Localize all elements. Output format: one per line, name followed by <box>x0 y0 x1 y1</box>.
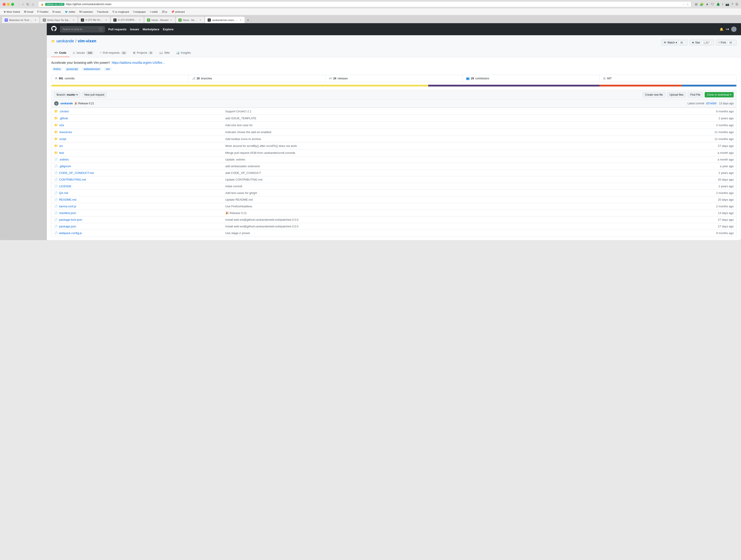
tab-wiki[interactable]: 📖 Wiki <box>156 49 173 57</box>
tab-close-icon[interactable]: × <box>72 18 75 22</box>
fork-button[interactable]: ⑂ Fork 93 <box>716 40 737 46</box>
table-row[interactable]: 📄 webpack.config.js Use stage-2 preset 9… <box>52 230 737 237</box>
table-row[interactable]: 📄 CONTRIBUTING.md Update CONTRIBUTING.md… <box>52 176 737 183</box>
upload-files-button[interactable]: Upload files <box>667 92 686 98</box>
file-name-link[interactable]: e2e <box>59 124 64 127</box>
file-name-link[interactable]: README.md <box>59 198 76 201</box>
nav-issues[interactable]: Issues <box>130 27 139 31</box>
tree-icon[interactable]: 🌲 <box>716 2 720 6</box>
bookmark-feedbin[interactable]: F Feedbin <box>36 10 49 14</box>
tab-close-icon[interactable]: × <box>105 18 108 22</box>
tab-derby[interactable]: D Derby Days Tie Sale | Beau × <box>40 16 78 23</box>
file-name-link[interactable]: package.json <box>59 225 76 228</box>
file-name-link[interactable]: test <box>59 151 64 154</box>
plus-icon[interactable]: +▾ <box>726 27 729 31</box>
table-row[interactable]: 📄 package.json Install web-ext@github:ue… <box>52 223 737 230</box>
table-row[interactable]: 📄 CODE_OF_CONDUCT.md add CODE_OF_CONDUCT… <box>52 170 737 176</box>
tab-my-home[interactable]: G ⊙ (27) My Home × <box>78 16 110 23</box>
address-bar[interactable]: 🔒 GitHub, Inc. (US) https://github.com/u… <box>38 1 691 7</box>
new-pull-request-button[interactable]: New pull request <box>82 92 107 98</box>
table-row[interactable]: 📄 manifest.json 🎉 Release 0.21 13 days a… <box>52 210 737 216</box>
bookmark-pinboard[interactable]: 📌 pinboard <box>170 10 186 14</box>
table-row[interactable]: 📁 test Merge pull request #538 from ueok… <box>52 149 737 156</box>
tab-close-icon[interactable]: × <box>239 18 242 22</box>
commit-author[interactable]: ueokande <box>60 102 73 105</box>
bookmark-facebook[interactable]: f facebook <box>96 10 110 14</box>
tab-mastodon[interactable]: M Mastodon for Tech Folks × <box>2 16 40 23</box>
repo-url-link[interactable]: https://addons.mozilla.org/en-US/fire... <box>112 61 165 64</box>
close-button[interactable] <box>3 3 6 6</box>
puzzle-icon[interactable]: 🧩 <box>700 2 703 6</box>
table-row[interactable]: 📁 .circleci Support CircleCI 2.1 6 month… <box>52 108 737 115</box>
file-name-link[interactable]: src <box>59 144 63 147</box>
file-name-link[interactable]: QA.md <box>59 191 68 195</box>
file-name-link[interactable]: script <box>59 137 66 141</box>
table-row[interactable]: 📁 e2e Add e2e test case for 2 months ago <box>52 122 737 129</box>
bookmark-mastodon[interactable]: M mastodon <box>78 10 94 14</box>
search-box[interactable]: Search or jump to... / <box>60 26 105 32</box>
stat-releases[interactable]: 🏷 24 releases <box>326 75 463 82</box>
bookmark-most-visited[interactable]: ★ Most Visited <box>3 10 21 14</box>
nav-explore[interactable]: Explore <box>163 27 174 31</box>
nav-marketplace[interactable]: Marketplace <box>143 27 159 31</box>
repo-owner[interactable]: ueokande <box>56 39 74 44</box>
ellipsis-icon[interactable]: ··· <box>682 3 684 6</box>
tab-issues[interactable]: ⚠ Issues 156 <box>69 49 97 57</box>
bookmark-icon[interactable]: ☆ <box>686 3 689 6</box>
tab-code[interactable]: <> Code <box>51 49 69 57</box>
tab-close-icon[interactable]: × <box>138 18 141 22</box>
file-name-link[interactable]: CODE_OF_CONDUCT.md <box>59 171 93 175</box>
tab-d10954[interactable]: P ⊙ (27) D10954 serve inver... × <box>111 16 144 23</box>
user-avatar[interactable] <box>731 26 737 32</box>
tab-vim-vixen[interactable]: G ueokande/vim-vixen: Accel... × <box>205 16 245 23</box>
tab-close-icon[interactable]: × <box>34 18 37 22</box>
table-row[interactable]: 📄 .eslintrc Update .eslintrc a month ago <box>52 156 737 163</box>
minimize-button[interactable] <box>7 3 10 6</box>
stat-commits[interactable]: ⟳ 991 commits <box>52 75 189 82</box>
tab-pull-requests[interactable]: ⑂ Pull requests 11 <box>97 49 130 57</box>
home-button[interactable]: ⌂ <box>31 2 35 7</box>
tab-neovim-home[interactable]: N Home - Neovim × <box>144 16 175 23</box>
table-row[interactable]: 📄 LICENSE Initial commit 2 years ago <box>52 183 737 190</box>
file-name-link[interactable]: .gitignore <box>59 165 71 168</box>
bookmark-js[interactable]: JS js <box>161 10 168 14</box>
forward-button[interactable]: › <box>21 2 24 7</box>
file-name-link[interactable]: LICENSE <box>59 185 71 188</box>
reload-button[interactable]: ↻ <box>25 2 30 7</box>
file-name-link[interactable]: .eslintrc <box>59 158 69 161</box>
tab-close-icon[interactable]: × <box>170 18 173 22</box>
bookmark-instapaper[interactable]: I instapaper <box>132 10 147 14</box>
clone-or-download-button[interactable]: Clone or download ▾ <box>705 92 734 98</box>
table-row[interactable]: 📁 src Work around for scrollBy() after s… <box>52 142 737 149</box>
table-row[interactable]: 📁 .github add ISSUE_TEMPLATE 2 years ago <box>52 115 737 122</box>
file-name-link[interactable]: .github <box>59 117 68 120</box>
create-new-file-button[interactable]: Create new file <box>643 92 665 98</box>
stat-contributors[interactable]: 👥 29 contributors <box>463 75 600 82</box>
new-tab-button[interactable]: + <box>245 18 251 23</box>
file-name-link[interactable]: karma.conf.js <box>59 205 76 208</box>
tag-javascript[interactable]: javascript <box>64 67 80 71</box>
bookmark-vo-msgboard[interactable]: V vo msgboard <box>112 10 130 14</box>
file-name-link[interactable]: webpack.config.js <box>59 231 82 235</box>
repo-name[interactable]: vim-vixen <box>78 39 96 44</box>
maximize-button[interactable] <box>11 3 14 6</box>
branch-selector[interactable]: Branch: master ▾ <box>54 92 80 98</box>
table-row[interactable]: 📁 resources Indicator shows the add-on e… <box>52 129 737 135</box>
bookmark-manager-icon[interactable]: ★ <box>706 2 709 6</box>
tab-insights[interactable]: 📊 Insights <box>173 49 194 57</box>
file-name-link[interactable]: .circleci <box>59 110 69 113</box>
table-row[interactable]: 📄 .gitignore add ambassador extension a … <box>52 163 737 170</box>
tab-neovim-news[interactable]: N News - Neovim × <box>176 16 205 23</box>
file-name-link[interactable]: manifest.json <box>59 211 76 215</box>
github-logo[interactable] <box>51 26 57 33</box>
table-row[interactable]: 📄 karma.conf.js Use FirefoxHeadless 2 mo… <box>52 203 737 210</box>
back-button[interactable]: ‹ <box>18 2 20 7</box>
table-row[interactable]: 📁 script Add toolbar icons to archive 11… <box>52 135 737 142</box>
screenshot-icon[interactable]: 📷 <box>725 2 729 6</box>
table-row[interactable]: 📄 README.md Update README.md 20 days ago <box>52 196 737 203</box>
settings-icon[interactable]: ☰ <box>735 2 738 6</box>
bookmark-gmail[interactable]: M Gmail <box>23 10 34 14</box>
stat-branches[interactable]: ⎇ 20 branches <box>189 75 326 82</box>
file-name-link[interactable]: resources <box>59 130 72 134</box>
table-row[interactable]: 📄 package-lock.json Install web-ext@gith… <box>52 216 737 223</box>
